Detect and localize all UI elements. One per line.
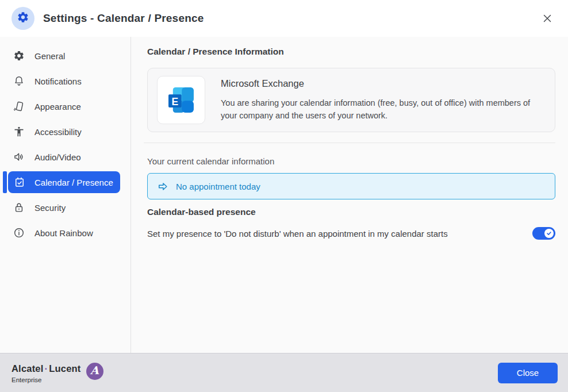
page-title: Settings - Calendar / Presence — [43, 12, 204, 25]
brand-subtitle: Enterprise — [11, 376, 103, 383]
sidebar-item-about-rainbow[interactable]: About Rainbow — [0, 220, 131, 245]
arrow-right-icon — [158, 181, 168, 192]
sidebar-item-label: General — [34, 51, 65, 61]
device-icon — [13, 100, 25, 113]
info-icon — [13, 226, 25, 239]
alcatel-lucent-brand: Alcatel·Lucent A Enterprise — [11, 363, 103, 383]
microsoft-exchange-icon: E — [157, 76, 205, 124]
bell-icon — [13, 75, 25, 87]
sidebar-item-accessibility[interactable]: Accessibility — [0, 119, 131, 144]
section-divider — [144, 143, 555, 143]
sidebar-item-label: About Rainbow — [34, 228, 93, 238]
section-title: Calendar / Presence Information — [147, 47, 555, 57]
settings-gear-badge — [11, 7, 34, 30]
calendar-presence-panel: Calendar / Presence Information E Micros… — [131, 37, 568, 353]
provider-name: Microsoft Exchange — [221, 78, 546, 89]
sidebar-item-label: Security — [34, 203, 66, 213]
calendar-check-icon — [13, 176, 26, 189]
calendar-info-label: Your current calendar information — [147, 156, 555, 166]
sidebar-item-label: Audio/Video — [34, 152, 81, 162]
sidebar-item-appearance[interactable]: Appearance — [0, 94, 131, 119]
brand-name-second: Lucent — [49, 363, 80, 374]
close-icon[interactable] — [539, 10, 555, 26]
accessibility-icon — [13, 125, 25, 138]
gear-icon — [13, 49, 25, 62]
sidebar-item-label: Calendar / Presence — [34, 178, 113, 187]
close-button[interactable]: Close — [498, 363, 558, 383]
speaker-icon — [13, 151, 25, 163]
sidebar-item-label: Appearance — [34, 102, 81, 112]
sidebar-item-label: Notifications — [34, 76, 82, 86]
sidebar-item-security[interactable]: Security — [0, 195, 131, 220]
sidebar-item-audio-video[interactable]: Audio/Video — [0, 144, 131, 170]
sidebar-item-general[interactable]: General — [0, 43, 131, 68]
calendar-status-text: No appointment today — [176, 182, 260, 191]
toggle-knob — [544, 229, 554, 238]
lock-icon — [13, 201, 25, 214]
presence-setting-row: Set my presence to 'Do not disturb' when… — [147, 227, 555, 240]
brand-dot: · — [45, 363, 48, 374]
sidebar-item-calendar-presence[interactable]: Calendar / Presence — [8, 171, 120, 193]
settings-sidebar: General Notifications Appearance Accessi… — [0, 37, 131, 353]
dialog-footer: Alcatel·Lucent A Enterprise Close — [0, 353, 568, 392]
dialog-header: Settings - Calendar / Presence — [0, 0, 568, 37]
brand-name-first: Alcatel — [11, 363, 44, 374]
provider-description: You are sharing your calendar informatio… — [221, 97, 546, 122]
sidebar-item-notifications[interactable]: Notifications — [0, 68, 131, 94]
presence-setting-label: Set my presence to 'Do not disturb' when… — [147, 229, 448, 239]
svg-text:E: E — [171, 96, 178, 107]
provider-card: E Microsoft Exchange You are sharing you… — [147, 68, 555, 132]
gear-icon — [17, 11, 29, 26]
dialog-body: General Notifications Appearance Accessi… — [0, 37, 568, 353]
sidebar-item-label: Accessibility — [34, 127, 82, 137]
settings-dialog: Settings - Calendar / Presence General N… — [0, 0, 568, 392]
calendar-status-box: No appointment today — [147, 173, 555, 199]
calendar-presence-toggle[interactable] — [532, 227, 555, 240]
presence-section-title: Calendar-based presence — [147, 207, 555, 217]
